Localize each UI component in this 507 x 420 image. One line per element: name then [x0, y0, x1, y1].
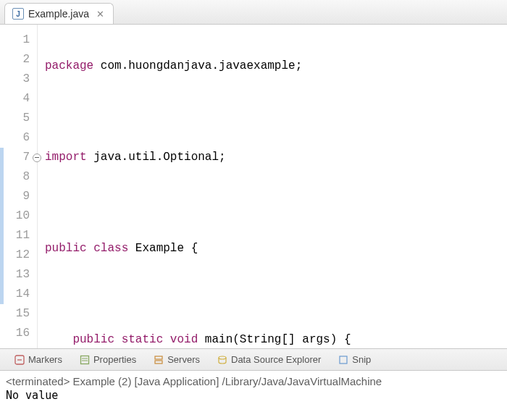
- line-number: 2: [0, 50, 37, 70]
- console-status: <terminated> Example (2) [Java Applicati…: [6, 375, 501, 387]
- svg-rect-8: [340, 356, 347, 364]
- tab-markers[interactable]: Markers: [6, 349, 71, 370]
- line-number: 13: [0, 265, 37, 285]
- line-number: 7: [0, 148, 37, 167]
- svg-rect-2: [80, 356, 88, 364]
- close-icon[interactable]: ✕: [96, 9, 104, 20]
- line-number: 3: [0, 70, 37, 89]
- console-output: No value: [6, 389, 501, 402]
- line-number: 14: [0, 285, 37, 304]
- markers-icon: [14, 355, 25, 365]
- line-number: 9: [0, 187, 37, 206]
- tab-snippets[interactable]: Snip: [330, 349, 380, 370]
- line-number: 10: [0, 206, 37, 226]
- bottom-view-tabbar: Markers Properties Servers Data Source E…: [0, 349, 507, 371]
- line-number: 5: [0, 109, 37, 128]
- tab-label: Properties: [93, 354, 136, 365]
- tab-data-source-explorer[interactable]: Data Source Explorer: [209, 349, 330, 370]
- tab-label: Snip: [352, 354, 371, 365]
- servers-icon: [154, 355, 164, 365]
- code-editor[interactable]: 12345678910111213141516 package com.huon…: [0, 25, 507, 349]
- line-number: 6: [0, 128, 37, 148]
- line-number: 16: [0, 324, 37, 343]
- properties-icon: [80, 355, 90, 365]
- svg-rect-6: [155, 361, 162, 364]
- line-number: 1: [0, 30, 37, 50]
- tab-label: Markers: [28, 354, 62, 365]
- svg-point-7: [219, 356, 226, 359]
- line-number: 8: [0, 167, 37, 187]
- tab-filename: Example.java: [28, 8, 89, 20]
- line-number: 11: [0, 226, 37, 245]
- editor-tab-example-java[interactable]: J Example.java ✕: [4, 3, 114, 24]
- tab-label: Data Source Explorer: [231, 354, 321, 365]
- svg-rect-5: [155, 356, 162, 359]
- console-view: <terminated> Example (2) [Java Applicati…: [0, 371, 507, 406]
- snippets-icon: [338, 355, 348, 365]
- editor-tabbar: J Example.java ✕: [0, 0, 507, 25]
- tab-label: Servers: [167, 354, 200, 365]
- tab-properties[interactable]: Properties: [71, 349, 145, 370]
- java-file-icon: J: [12, 8, 24, 20]
- tab-servers[interactable]: Servers: [145, 349, 209, 370]
- datasource-icon: [217, 355, 227, 365]
- code-area[interactable]: package com.huongdanjava.javaexample; im…: [38, 25, 507, 348]
- line-number-gutter: 12345678910111213141516: [0, 25, 38, 348]
- line-number: 4: [0, 89, 37, 109]
- line-number: 15: [0, 304, 37, 324]
- line-number: 12: [0, 245, 37, 265]
- fold-toggle-icon[interactable]: [33, 154, 41, 162]
